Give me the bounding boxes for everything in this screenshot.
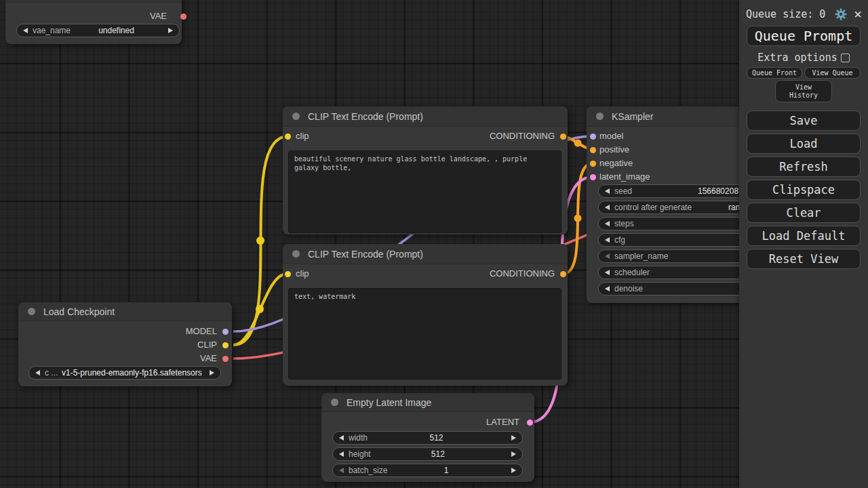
- node-graph-canvas[interactable]: VAE vae_name undefined CLIP Text Encode …: [0, 0, 868, 488]
- input-dot-clip[interactable]: [285, 271, 291, 277]
- output-dot-latent[interactable]: [527, 420, 533, 426]
- extra-options-checkbox[interactable]: [841, 54, 850, 62]
- queue-prompt-button[interactable]: Queue Prompt: [747, 26, 861, 46]
- node-title-bar[interactable]: CLIP Text Encode (Prompt): [283, 106, 568, 127]
- node-title: Empty Latent Image: [347, 397, 431, 408]
- link-midpoint-dot: [574, 140, 582, 147]
- prev-arrow-icon[interactable]: [605, 286, 610, 291]
- node-title-bar[interactable]: CLIP Text Encode (Prompt): [283, 244, 568, 264]
- widget-height[interactable]: height 512: [332, 447, 523, 461]
- widget-label: width: [349, 433, 368, 443]
- decrement-arrow-icon[interactable]: [339, 435, 344, 441]
- node-clip-text-encode-positive[interactable]: CLIP Text Encode (Prompt) clip CONDITION…: [283, 106, 568, 235]
- node-empty-latent-image[interactable]: Empty Latent Image LATENT width 512 heig…: [321, 393, 534, 482]
- widget-label: vae_name: [33, 26, 71, 35]
- prev-arrow-icon[interactable]: [605, 237, 610, 243]
- output-dot-clip[interactable]: [222, 342, 229, 348]
- widget-label: steps: [614, 219, 634, 228]
- view-history-button[interactable]: View History: [775, 80, 832, 102]
- prev-arrow-icon[interactable]: [35, 370, 40, 375]
- link-midpoint-dot: [256, 305, 264, 313]
- widget-value: undefined: [98, 26, 134, 35]
- save-button[interactable]: Save: [747, 110, 861, 131]
- widget-width[interactable]: width 512: [332, 431, 523, 445]
- widget-value: 1566802087: [698, 186, 743, 196]
- node-title-bar[interactable]: [5, 0, 182, 3]
- prev-arrow-icon[interactable]: [605, 270, 610, 275]
- node-title: Load Checkpoint: [43, 306, 115, 317]
- decrement-arrow-icon[interactable]: [339, 451, 344, 457]
- input-dot-latent-image[interactable]: [590, 174, 596, 180]
- input-dot-model[interactable]: [590, 134, 596, 140]
- widget-label: control after generate: [614, 203, 692, 212]
- widget-label: denoise: [614, 284, 643, 293]
- widget-label: cfg: [614, 235, 625, 245]
- widget-label: c ...: [45, 368, 58, 378]
- widget-value: 512: [431, 449, 445, 459]
- input-dot-positive[interactable]: [590, 147, 596, 153]
- increment-arrow-icon[interactable]: [511, 468, 516, 473]
- widget-label: height: [349, 449, 371, 459]
- output-dot-vae[interactable]: [180, 14, 186, 20]
- input-label-negative: negative: [599, 159, 633, 168]
- reset-view-button[interactable]: Reset View: [747, 249, 861, 269]
- collapse-dot-icon[interactable]: [292, 113, 300, 120]
- node-title-bar[interactable]: Empty Latent Image: [321, 393, 534, 412]
- input-dot-clip[interactable]: [285, 134, 291, 140]
- prev-arrow-icon[interactable]: [605, 253, 610, 259]
- input-label-clip: clip: [296, 269, 309, 279]
- input-label-positive: positive: [599, 145, 629, 155]
- prev-arrow-icon[interactable]: [605, 221, 610, 226]
- prompt-textarea[interactable]: beautiful scenery nature glass bottle la…: [288, 150, 561, 233]
- output-label-vae: VAE: [150, 12, 167, 21]
- settings-gear-icon[interactable]: [835, 8, 847, 20]
- node-vae-loader[interactable]: VAE vae_name undefined: [5, 0, 182, 44]
- widget-vae-name[interactable]: vae_name undefined: [16, 24, 180, 37]
- node-title: CLIP Text Encode (Prompt): [308, 111, 423, 122]
- output-label-vae: VAE: [200, 354, 217, 363]
- load-default-button[interactable]: Load Default: [747, 226, 861, 246]
- extra-options-label: Extra options: [757, 52, 837, 64]
- next-arrow-icon[interactable]: [168, 28, 173, 33]
- input-label-latent-image: latent_image: [599, 172, 650, 182]
- output-label-conditioning: CONDITIONING: [490, 131, 555, 141]
- refresh-button[interactable]: Refresh: [747, 157, 861, 177]
- load-button[interactable]: Load: [747, 134, 861, 154]
- prev-arrow-icon[interactable]: [605, 205, 610, 210]
- prompt-textarea[interactable]: text, watermark: [288, 288, 561, 380]
- collapse-dot-icon[interactable]: [331, 399, 338, 406]
- prev-arrow-icon[interactable]: [605, 188, 610, 194]
- widget-label: sampler_name: [614, 251, 668, 261]
- collapse-dot-icon[interactable]: [28, 308, 35, 315]
- close-icon[interactable]: ×: [854, 8, 862, 20]
- node-clip-text-encode-negative[interactable]: CLIP Text Encode (Prompt) clip CONDITION…: [283, 244, 568, 386]
- widget-value: 512: [429, 433, 443, 443]
- queue-front-button[interactable]: Queue Front: [747, 67, 802, 79]
- output-label-latent: LATENT: [486, 418, 519, 427]
- widget-value: v1-5-pruned-emaonly-fp16.safetensors: [62, 368, 202, 378]
- increment-arrow-icon[interactable]: [511, 435, 516, 441]
- output-dot-model[interactable]: [222, 329, 229, 335]
- widget-label: scheduler: [614, 268, 650, 277]
- widget-batch-size[interactable]: batch_size 1: [332, 464, 523, 477]
- clear-button[interactable]: Clear: [747, 203, 861, 223]
- collapse-dot-icon[interactable]: [596, 113, 604, 120]
- link-midpoint-dot: [574, 215, 582, 222]
- output-dot-conditioning[interactable]: [560, 134, 566, 140]
- clipspace-button[interactable]: Clipspace: [747, 180, 861, 200]
- node-title-bar[interactable]: Load Checkpoint: [18, 302, 232, 321]
- view-queue-button[interactable]: View Queue: [804, 67, 861, 79]
- collapse-dot-icon[interactable]: [292, 250, 300, 258]
- link-midpoint-dot: [256, 237, 264, 245]
- prev-arrow-icon[interactable]: [23, 28, 28, 33]
- input-dot-negative[interactable]: [590, 161, 596, 167]
- output-dot-conditioning[interactable]: [560, 271, 566, 277]
- increment-arrow-icon[interactable]: [511, 451, 516, 457]
- node-title: CLIP Text Encode (Prompt): [308, 249, 423, 260]
- output-dot-vae[interactable]: [222, 356, 229, 362]
- widget-ckpt-name[interactable]: c ... v1-5-pruned-emaonly-fp16.safetenso…: [28, 366, 221, 380]
- decrement-arrow-icon[interactable]: [339, 468, 344, 473]
- node-load-checkpoint[interactable]: Load Checkpoint MODEL CLIP VAE c ... v1-…: [18, 302, 232, 386]
- input-label-model: model: [599, 131, 623, 141]
- next-arrow-icon[interactable]: [210, 370, 214, 375]
